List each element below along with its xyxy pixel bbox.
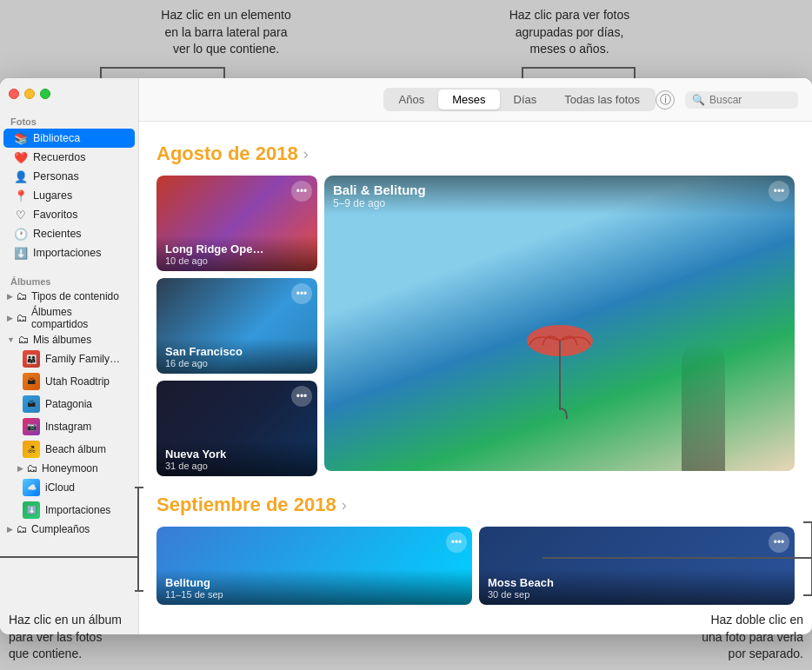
sidebar-group-compartidos[interactable]: ▶ 🗂 Álbumes compartidos [0,304,138,332]
recuerdos-icon: ❤️ [14,150,28,164]
chevron-right-honeymoon: ▶ [17,464,23,473]
agosto-arrow[interactable]: › [303,145,309,163]
umbrella-svg [525,315,595,419]
photo-card-bali[interactable]: Bali & Belitung 5–9 de ago ••• [324,176,795,476]
maximize-button[interactable] [40,89,50,99]
callout-bottom-right: Haz doble clic en una foto para verla po… [629,605,812,670]
sidebar-item-family[interactable]: 👨‍👩‍👧 Family Family… [3,348,135,370]
chevron-right-cumpleanos: ▶ [7,525,13,534]
lugares-icon: 📍 [14,189,28,202]
callout-bottom-left: Haz clic en un álbum para ver las fotos … [0,605,152,670]
toolbar: Años Meses Días Todas las fotos ⓘ 🔍 [139,78,812,122]
agosto-title: Agosto de 2018 [156,143,298,165]
septiembre-arrow[interactable]: › [342,496,347,514]
sanfrancisco-more-button[interactable]: ••• [291,283,312,304]
tab-dias[interactable]: Días [500,90,551,109]
album-thumb-instagram: 📷 [23,418,40,435]
info-button[interactable]: ⓘ [656,90,675,109]
sidebar-item-favoritos[interactable]: ♡ Favoritos [3,205,135,224]
folder-honeymoon-icon: 🗂 [27,462,38,474]
chevron-right-icon-2: ▶ [7,314,13,322]
sidebar-item-beach[interactable]: 🏖 Beach álbum [3,438,135,461]
bracket-line-sidebar-h-bot [135,590,143,592]
septiembre-header: Septiembre de 2018 › [156,494,795,516]
personas-icon: 👤 [14,169,28,183]
photo-card-nuevayork[interactable]: Nueva York 31 de ago ••• [156,381,317,476]
album-thumb-utah: 🏔 [23,373,40,390]
titlebar [0,78,139,109]
sidebar-group-mis-albumes[interactable]: ▼ 🗂 Mis álbumes [0,332,138,348]
album-thumb-importaciones2: ⬇️ [23,501,40,519]
agosto-header: Agosto de 2018 › [156,143,795,165]
biblioteca-icon: 📚 [14,131,28,145]
favoritos-icon: ♡ [14,208,28,222]
sidebar-item-recuerdos[interactable]: ❤️ Recuerdos [3,148,135,167]
sidebar-item-instagram[interactable]: 📷 Instagram [3,415,135,438]
sidebar-item-lugares[interactable]: 📍 Lugares [3,186,135,205]
close-button[interactable] [9,89,19,99]
tab-anos[interactable]: Años [385,90,439,109]
longridge-more-button[interactable]: ••• [291,181,312,202]
belitung-label: Belitung 11–15 de sep [156,569,472,605]
agosto-photo-grid: Long Ridge Ope… 10 de ago ••• San Franci… [156,176,795,476]
sidebar-item-cumpleanos[interactable]: ▶ 🗂 Cumpleaños [0,521,138,537]
main-content: Años Meses Días Todas las fotos ⓘ 🔍 Agos… [139,78,812,634]
folder-cumpleanos-icon: 🗂 [17,523,28,535]
sidebar-item-personas[interactable]: 👤 Personas [3,167,135,186]
nuevayork-more-button[interactable]: ••• [291,386,312,407]
bracket-line-h-right [542,557,812,559]
photo-card-belitung[interactable]: Belitung 11–15 de sep ••• [156,527,472,605]
sidebar-item-utah[interactable]: 🏔 Utah Roadtrip [3,370,135,393]
album-thumb-beach: 🏖 [23,441,40,458]
septiembre-photo-grid: Belitung 11–15 de sep ••• Moss Beach 30 … [156,527,795,605]
sidebar-item-importaciones2[interactable]: ⬇️ Importaciones [3,499,135,521]
chevron-down-icon: ▼ [7,335,15,344]
person-silhouette [682,341,725,471]
sanfrancisco-label: San Francisco 16 de ago [156,338,317,374]
recientes-icon: 🕐 [14,227,28,241]
sidebar-item-biblioteca[interactable]: 📚 Biblioteca [3,129,135,148]
folder-mis-albumes-icon: 🗂 [18,334,30,346]
toolbar-right: ⓘ 🔍 [656,90,798,109]
minimize-button[interactable] [24,89,35,99]
callout-top-left: Haz clic en un elemento en la barra late… [139,0,313,65]
bracket-line-sidebar-v [137,487,139,591]
callout-top-right: Haz clic para ver fotos agrupadas por dí… [478,0,661,65]
sidebar-section-albumes: Álbumes [0,269,138,289]
search-input[interactable] [709,94,791,106]
nuevayork-label: Nueva York 31 de ago [156,441,317,476]
folder-compartidos-icon: 🗂 [17,312,28,324]
sidebar-group-tipos[interactable]: ▶ 🗂 Tipos de contenido [0,289,138,304]
search-box[interactable]: 🔍 [685,91,798,109]
sidebar-item-recientes[interactable]: 🕐 Recientes [3,224,135,243]
sidebar: Fotos 📚 Biblioteca ❤️ Recuerdos 👤 Person… [0,78,139,634]
bracket-line-right-h-bot [803,594,812,596]
sidebar-item-importaciones[interactable]: ⬇️ Importaciones [3,243,135,262]
album-thumb-family: 👨‍👩‍👧 [23,350,40,368]
album-thumb-icloud: ☁️ [23,479,40,496]
photo-card-longridge[interactable]: Long Ridge Ope… 10 de ago ••• [156,176,317,271]
main-window: Fotos 📚 Biblioteca ❤️ Recuerdos 👤 Person… [0,78,812,634]
bali-more-button[interactable]: ••• [769,181,789,202]
belitung-more-button[interactable]: ••• [446,532,467,553]
sidebar-item-patagonia[interactable]: 🏔 Patagonia [3,393,135,415]
chevron-right-icon: ▶ [7,292,13,301]
septiembre-title: Septiembre de 2018 [156,494,336,516]
bracket-line-h-left [0,556,137,558]
sidebar-item-icloud[interactable]: ☁️ iCloud [3,476,135,499]
sidebar-item-honeymoon[interactable]: ▶ 🗂 Honeymoon [0,461,138,476]
mossbeach-more-button[interactable]: ••• [769,532,789,553]
longridge-label: Long Ridge Ope… 10 de ago [156,235,317,271]
view-tabs: Años Meses Días Todas las fotos [383,88,656,111]
tab-meses[interactable]: Meses [438,90,499,109]
callout-arrow-h1 [100,67,224,69]
bali-label: Bali & Belitung 5–9 de ago [324,176,795,215]
folder-tipos-icon: 🗂 [17,290,28,302]
callout-arrow-h2 [522,67,635,69]
agosto-left-col: Long Ridge Ope… 10 de ago ••• San Franci… [156,176,317,476]
tab-todas[interactable]: Todas las fotos [550,90,654,109]
mossbeach-label: Moss Beach 30 de sep [479,569,795,605]
search-icon: 🔍 [692,94,705,106]
photo-card-sanfrancisco[interactable]: San Francisco 16 de ago ••• [156,278,317,374]
photo-card-mossbeach[interactable]: Moss Beach 30 de sep ••• [479,527,795,605]
